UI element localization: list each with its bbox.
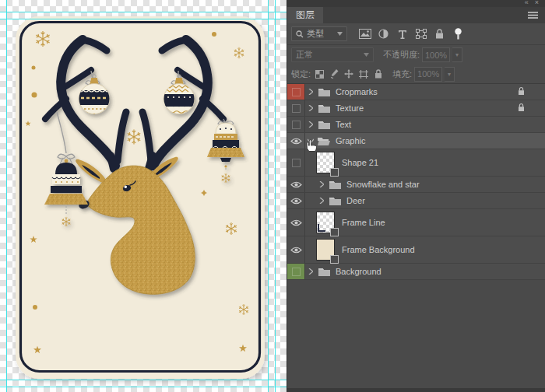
folder-icon [329,180,342,189]
lock-transparency-icon[interactable] [313,68,325,80]
thumbnail-line-detail [318,224,325,232]
document-canvas[interactable] [0,0,287,392]
opacity-value[interactable]: 100% [422,47,450,62]
adjustment-filter-icon[interactable] [375,26,392,41]
smart-object-filter-icon[interactable] [431,26,448,41]
dot-decoration [32,93,37,98]
visibility-toggle[interactable] [287,209,305,236]
lock-label: 锁定: [291,68,311,80]
layer-name[interactable]: Shape 21 [342,158,378,167]
chevron-right-icon [319,181,324,187]
layer-name[interactable]: Frame Line [342,218,385,227]
expand-toggle[interactable] [305,89,316,95]
expand-toggle[interactable] [305,105,316,111]
lock-all-icon[interactable] [372,68,385,80]
chevron-down-icon [308,138,314,143]
text-filter-icon[interactable] [394,26,410,41]
visibility-toggle[interactable] [287,236,305,263]
eye-empty-box [292,104,301,113]
layer-name[interactable]: Background [336,267,382,276]
panel-close-icon[interactable]: × [535,0,539,5]
layer-name[interactable]: Texture [336,103,364,113]
eye-icon [290,247,302,254]
layer-name[interactable]: Deer [346,196,365,205]
layer-thumbnail[interactable] [316,152,335,173]
guide-vertical[interactable] [275,0,276,392]
guide-horizontal[interactable] [0,19,287,19]
layer-row-snowflake-and-star[interactable]: Snowflake and star [287,177,545,193]
expand-toggle[interactable] [305,121,316,128]
expand-toggle[interactable] [305,268,316,275]
guide-vertical[interactable] [6,0,7,392]
vector-mask-badge [330,228,339,236]
visibility-toggle[interactable] [287,264,305,279]
tab-layers[interactable]: 图层 [287,7,323,23]
guide-vertical[interactable] [268,0,269,392]
lock-pixels-icon[interactable] [328,68,340,80]
layer-name[interactable]: Frame Background [342,245,415,254]
filter-type-label: 类型 [307,28,324,40]
visibility-toggle[interactable] [287,84,305,100]
panel-collapse-icon[interactable]: « [525,0,529,5]
expand-toggle[interactable] [316,198,327,204]
vector-mask-badge [330,168,339,177]
layer-row-frame-background[interactable]: Frame Background [287,236,545,264]
filter-type-dropdown[interactable]: 类型 [291,26,347,41]
eye-empty-box [292,268,301,276]
panel-menu-icon[interactable] [528,7,545,23]
layer-row-text[interactable]: Text [287,117,545,133]
layer-name[interactable]: Graphic [336,136,366,145]
group-folder-icon [316,120,332,129]
christmas-deer-artwork [0,0,287,392]
guide-horizontal[interactable] [0,380,287,380]
layer-name[interactable]: Snowflake and star [346,180,420,189]
layer-row-background[interactable]: Background [287,264,545,280]
visibility-toggle[interactable] [287,177,305,192]
layer-row-cropmarks[interactable]: Cropmarks [287,84,545,100]
eye-empty-box [292,159,301,167]
layer-name[interactable]: Cropmarks [336,87,378,96]
chevron-right-icon [308,121,313,128]
layer-name[interactable]: Text [336,120,351,129]
group-folder-icon [316,267,332,276]
guide-horizontal[interactable] [0,387,287,387]
filter-toggle-icon[interactable] [450,26,466,41]
folder-icon [329,196,342,205]
layer-row-graphic[interactable]: Graphic [287,133,545,149]
opacity-dropdown-arrow[interactable]: ▾ [452,47,462,62]
blend-mode-dropdown[interactable]: 正常 [291,47,374,62]
expand-toggle[interactable] [305,138,316,143]
eye-icon [290,219,302,226]
layer-row-frame-line[interactable]: Frame Line [287,209,545,236]
layer-row-deer[interactable]: Deer [287,193,545,209]
layers-panel: « × 图层 类型 [287,0,545,392]
fill-value[interactable]: 100% [414,67,442,82]
layer-row-texture[interactable]: Texture [287,100,545,117]
blend-mode-value: 正常 [296,49,313,61]
chevron-right-icon [308,105,313,111]
opacity-label: 不透明度: [383,49,420,61]
guide-horizontal[interactable] [0,12,287,12]
image-filter-icon[interactable] [357,26,373,41]
shape-filter-icon[interactable] [413,26,429,41]
visibility-toggle[interactable] [287,193,305,208]
visibility-toggle[interactable] [287,117,305,132]
chevron-down-icon [337,32,343,36]
layer-thumbnail[interactable] [316,212,335,233]
visibility-toggle[interactable] [287,133,305,149]
lock-artboard-icon[interactable] [357,68,370,80]
expand-toggle[interactable] [316,181,327,187]
visibility-toggle[interactable] [287,100,305,116]
visibility-toggle[interactable] [287,149,305,176]
folder-icon [318,120,331,129]
group-folder-icon [316,136,332,145]
lock-position-icon[interactable] [343,68,355,80]
layer-thumbnail[interactable] [316,239,335,261]
panel-empty-area [287,280,545,392]
fill-dropdown-arrow[interactable]: ▾ [445,67,455,82]
layer-row-shape-21[interactable]: Shape 21 [287,149,545,177]
folder-icon [318,87,331,96]
layer-lock-icon [518,103,525,114]
group-folder-icon [327,196,343,205]
dot-decoration [32,66,36,70]
